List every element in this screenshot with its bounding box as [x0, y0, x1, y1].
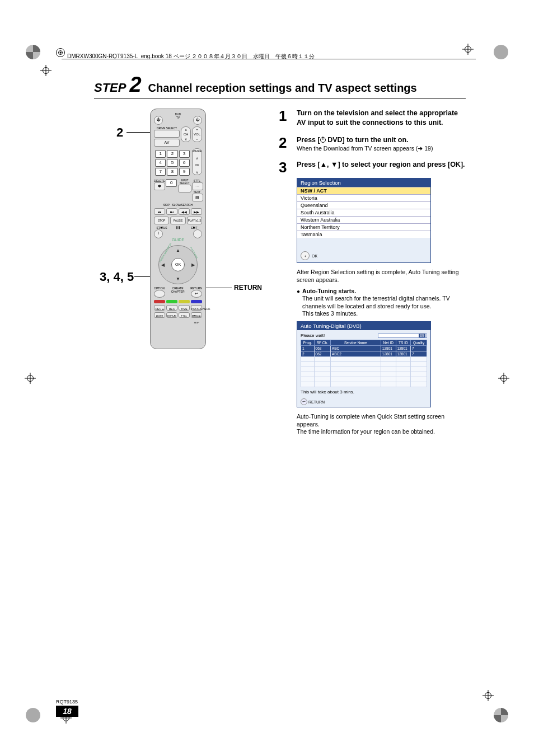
region-selection-panel: Region Selection NSW / ACT Victoria Quee…: [297, 178, 431, 263]
step-1-number: 1: [279, 109, 290, 128]
remote-delete-label: DELETE: [154, 179, 165, 182]
registration-mark-right-bot: [483, 690, 494, 701]
step-2-number: 2: [279, 135, 290, 153]
tuning-duration-note: This will take about 3 mins.: [301, 389, 427, 395]
callout-label-2: 2: [116, 125, 123, 140]
remote-tv-label: TV: [163, 116, 193, 125]
remote-input-select-button: [178, 185, 191, 192]
auto-tuning-starts-heading: Auto-Tuning starts.: [302, 288, 356, 294]
remote-skip-back-button: ⏮: [154, 208, 165, 215]
remote-search-fwd-button: ▶▶: [191, 208, 202, 215]
auto-tuning-title: Auto Tuning-Digital (DVB): [297, 322, 430, 330]
registration-target-right: [498, 373, 509, 384]
region-panel-footer: ✦ OK: [297, 249, 430, 262]
power-icon: [320, 137, 326, 143]
remote-frec-button: F Rec: [179, 312, 190, 318]
remote-guide-label: GUIDE: [154, 238, 202, 242]
step-3-arrow-down: ▼: [331, 161, 338, 168]
tune-row-empty: [301, 367, 427, 372]
tune-col-netid: Net ID: [381, 340, 396, 346]
remote-rec-button: REC ●: [154, 305, 165, 311]
remote-tv-power-button: ⏻: [193, 116, 202, 125]
remote-num-7: 7: [155, 168, 166, 176]
nav-ok-icon: ✦: [301, 251, 310, 260]
remote-direct-navigator-label: DIRECT NAVIGATOR: [159, 242, 172, 262]
remote-page-rocker: PAGE ∧ OK ∨: [192, 148, 202, 175]
tuning-progress-end-label: 69: [419, 334, 425, 337]
callout-line-2: [127, 132, 151, 133]
callout-line-return: [206, 288, 232, 288]
remote-delete-button: ✱: [154, 182, 165, 190]
remote-functions-label: FUNCTIONS: [189, 246, 198, 259]
step-1: 1 Turn on the television and select the …: [279, 109, 466, 128]
footer-document-id: RQT9135: [56, 699, 78, 705]
remote-num-5: 5: [167, 159, 177, 167]
remote-num-9: 9: [179, 168, 190, 176]
region-item-nsw-act: NSW / ACT: [297, 187, 430, 194]
remote-control-illustration: DVD ⏻ TV ⏻ DRIVE SELECT AV ∧CH∨: [150, 109, 206, 349]
remote-option-button: [154, 290, 165, 298]
return-icon: ↩: [301, 398, 307, 405]
tune-col-rf: RF Ch.: [314, 340, 330, 346]
remote-skip-fwd-button: ⏭: [166, 208, 177, 215]
remote-display-button: DISPLAY: [166, 312, 177, 318]
registration-mark-left-top: [40, 65, 51, 76]
tune-row-empty: [301, 362, 427, 367]
registration-mark-top: [462, 44, 474, 55]
remote-timeslip-button: TIME SLIP: [179, 305, 190, 311]
crop-corner-br: [494, 708, 508, 722]
remote-num-1: 1: [155, 150, 166, 158]
auto-tuning-panel: Auto Tuning-Digital (DVB) Please wait! 6…: [297, 321, 431, 407]
step-2-text-a: Press [: [297, 136, 320, 144]
tune-col-name: Service Name: [330, 340, 381, 346]
auto-tuning-body-text: The unit will search for the terrestrial…: [302, 295, 466, 318]
remote-num-8: 8: [167, 168, 177, 176]
tuning-return-label: RETURN: [308, 400, 325, 404]
remote-progcheck-button: PROG/CHECK: [191, 305, 202, 311]
remote-return-label: RETURN: [190, 287, 202, 290]
remote-skip-search-label: SKIP SLOW/SEARCH: [154, 203, 202, 206]
remote-sttl-button: ⋯: [192, 182, 203, 190]
remote-num-6: 6: [179, 159, 190, 167]
page-footer: RQT9135 18: [56, 699, 78, 717]
remote-vol-rocker: +VOL−: [192, 126, 202, 142]
remote-arrow-down: ▼: [176, 276, 180, 281]
region-item-wa: Western Australia: [297, 216, 430, 223]
step-3: 3 Press [▲, ▼] to select your region and…: [279, 160, 466, 175]
header-icon: ✦: [56, 48, 65, 57]
remote-drive-select-label: DRIVE SELECT: [154, 126, 180, 130]
remote-nav-pad: OK ▲ ▼ ◀ ▶ DIRECT NAVIGATOR FUNCTIONS: [158, 245, 198, 284]
region-item-victoria: Victoria: [297, 194, 430, 201]
tune-row-empty: [301, 372, 427, 377]
tune-row-1: 1 062 ABC 12801 12801 7: [301, 346, 427, 351]
tune-row-empty: [301, 357, 427, 362]
title-step-word: STEP: [94, 81, 126, 95]
remote-text-label: TEXT: [192, 190, 202, 194]
remote-manualskip-button: MANUAL SKIP: [191, 312, 202, 318]
remote-play-button: PLAY/x1.3▶: [187, 217, 202, 224]
registration-target-left: [25, 373, 36, 384]
remote-arrow-right: ▶: [191, 262, 195, 267]
callout-label-return: RETURN: [234, 284, 262, 292]
region-panel-ok-label: OK: [312, 254, 317, 258]
remote-arrow-up: ▲: [176, 248, 180, 253]
remote-status-label: STATUS: [154, 226, 170, 229]
step-2-note: When the Download from TV screen appears…: [297, 145, 466, 153]
title-heading-text: Channel reception settings and TV aspect…: [148, 82, 417, 95]
step-3-text-a: Press [: [297, 161, 320, 168]
step-3-number: 3: [279, 160, 290, 175]
remote-av-button: AV: [154, 139, 180, 147]
header-rule: [62, 59, 476, 59]
crop-corner-tr: [494, 45, 508, 59]
footer-page-number: 18: [56, 706, 78, 717]
remote-pause-button: PAUSE❚❚: [170, 217, 185, 224]
remote-num-0: 0: [166, 179, 177, 187]
remote-num-4: 4: [155, 159, 166, 167]
tuning-table: Prog. RF Ch. Service Name Net ID TS ID Q…: [301, 340, 427, 387]
region-item-sa: South Australia: [297, 209, 430, 216]
crop-corner-tl: [26, 45, 40, 59]
remote-ch-rocker: ∧CH∨: [181, 126, 191, 142]
remote-option-label: OPTION: [154, 287, 165, 290]
remote-dvd-power-button: ⏻: [154, 116, 163, 125]
remote-arrow-left: ◀: [161, 262, 165, 267]
